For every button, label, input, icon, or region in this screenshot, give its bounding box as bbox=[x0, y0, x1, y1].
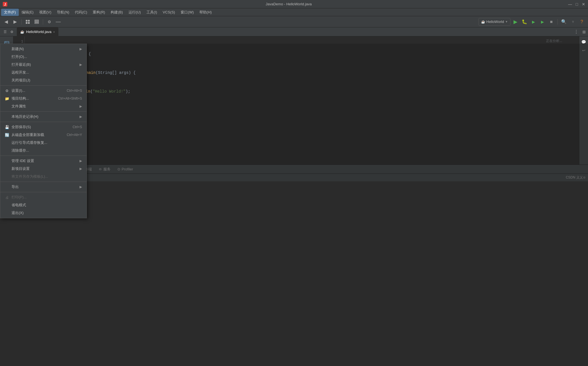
stop-button[interactable]: ■ bbox=[547, 18, 555, 26]
more-button[interactable]: — bbox=[54, 18, 62, 26]
separator-2 bbox=[0, 111, 87, 112]
menu-close-project[interactable]: 关闭项目(J) bbox=[0, 76, 87, 84]
menu-item-file[interactable]: 文件(F) bbox=[1, 9, 19, 16]
search-button[interactable]: 🔍 bbox=[560, 18, 568, 26]
separator-4 bbox=[0, 156, 87, 156]
menu-bar: 文件(F) 编辑(E) 视图(V) 导航(N) 代码(C) 重构(R) 构建(B… bbox=[0, 8, 588, 16]
svg-rect-7 bbox=[35, 21, 39, 22]
title-bar: J JavaDemo - HelloWorld.java — □ ✕ bbox=[0, 0, 588, 8]
separator-3 bbox=[0, 122, 87, 122]
menu-clear-cache[interactable]: 清除缓存... bbox=[0, 147, 87, 154]
menu-print: 🖨 打印(P)... bbox=[0, 193, 87, 201]
run-config-arrow: ▼ bbox=[505, 20, 508, 23]
coverage-button[interactable]: ▶ bbox=[529, 18, 537, 26]
menu-reload-from-disk[interactable]: 🔄 从磁盘全部重新加载 Ctrl+Alt+Y bbox=[0, 131, 87, 139]
menu-power-save[interactable]: 省电模式 bbox=[0, 201, 87, 209]
profile-button[interactable]: ▶ bbox=[538, 18, 546, 26]
menu-new[interactable]: 新建(N) ▶ bbox=[0, 45, 87, 53]
menu-cache-recovery[interactable]: 运行引导式缓存恢复... bbox=[0, 139, 87, 147]
forward-button[interactable]: ▶ bbox=[11, 18, 19, 26]
tab-list-button[interactable]: ☰ bbox=[2, 29, 8, 35]
tab-filename: HelloWorld.java bbox=[26, 30, 52, 34]
svg-rect-2 bbox=[26, 20, 27, 22]
menu-item-code[interactable]: 代码(C) bbox=[72, 9, 90, 16]
analysis-status: 正在分析... bbox=[546, 39, 562, 43]
svg-rect-6 bbox=[35, 20, 39, 21]
run-config-dropdown[interactable]: ☕ HelloWorld ▼ bbox=[479, 18, 510, 26]
svg-rect-8 bbox=[35, 23, 39, 24]
menu-remote-dev[interactable]: 远程开发... bbox=[0, 69, 87, 76]
run-button[interactable]: ▶ bbox=[512, 18, 519, 26]
java-file-icon: ☕ bbox=[20, 30, 24, 34]
menu-settings[interactable]: ⚙ 设置(I)... Ctrl+Alt+S bbox=[0, 87, 87, 95]
separator-6 bbox=[0, 192, 87, 192]
menu-new-project-settings[interactable]: 新项目设置 ▶ bbox=[0, 165, 87, 173]
svg-rect-4 bbox=[26, 22, 27, 24]
menu-save-as-template: 将文件另存为模板(L)... bbox=[0, 173, 87, 180]
menu-item-refactor[interactable]: 重构(R) bbox=[90, 9, 108, 16]
settings-icon: ⚙ bbox=[5, 89, 9, 93]
menu-manage-ide[interactable]: 管理 IDE 设置 ▶ bbox=[0, 157, 87, 165]
menu-item-build[interactable]: 构建(B) bbox=[108, 9, 125, 16]
window-title: JavaDemo - HelloWorld.java bbox=[10, 2, 568, 6]
menu-item-window[interactable]: 窗口(W) bbox=[178, 9, 197, 16]
menu-item-navigate[interactable]: 导航(N) bbox=[54, 9, 72, 16]
menu-item-tools[interactable]: 工具(I) bbox=[144, 9, 160, 16]
minimize-button[interactable]: — bbox=[568, 2, 572, 6]
menu-save-all[interactable]: 💾 全部保存(S) Ctrl+S bbox=[0, 123, 87, 131]
tab-settings-button[interactable]: ⚙ bbox=[9, 29, 15, 35]
run-config-label: HelloWorld bbox=[486, 20, 504, 24]
menu-open[interactable]: 打开(O)... bbox=[0, 53, 87, 61]
project-structure-icon: 📁 bbox=[5, 97, 9, 101]
debug-button[interactable]: 🐛 bbox=[521, 18, 528, 26]
reload-icon: 🔄 bbox=[5, 133, 9, 137]
run-config-icon: ☕ bbox=[481, 20, 485, 24]
save-icon: 💾 bbox=[5, 125, 9, 129]
tab-expand-button[interactable]: ⊞ bbox=[580, 28, 588, 36]
menu-export[interactable]: 导出 ▶ bbox=[0, 183, 87, 191]
structure-button[interactable] bbox=[33, 18, 41, 26]
help-button[interactable]: ? bbox=[578, 18, 586, 26]
git-button[interactable]: ⑂ bbox=[569, 18, 577, 26]
project-view-button[interactable] bbox=[24, 18, 32, 26]
menu-file-properties[interactable]: 文件属性 ▶ bbox=[0, 102, 87, 110]
menu-item-view[interactable]: 视图(V) bbox=[36, 9, 54, 16]
menu-overlay bbox=[87, 44, 588, 181]
tab-overflow-button[interactable]: ⋮ bbox=[572, 28, 580, 36]
file-dropdown-menu: 新建(N) ▶ 打开(O)... 打开最近(B) ▶ 远程开发... 关闭项目(… bbox=[0, 44, 87, 218]
svg-rect-5 bbox=[28, 22, 30, 24]
menu-project-structure[interactable]: 📁 项目结构... Ctrl+Alt+Shift+S bbox=[0, 95, 87, 102]
back-button[interactable]: ◀ bbox=[2, 18, 10, 26]
menu-item-run[interactable]: 运行(U) bbox=[126, 9, 144, 16]
app-icon: J bbox=[2, 1, 8, 7]
svg-text:J: J bbox=[4, 3, 6, 6]
menu-item-help[interactable]: 帮助(H) bbox=[197, 9, 214, 16]
menu-open-recent[interactable]: 打开最近(B) ▶ bbox=[0, 61, 87, 69]
window-controls: — □ ✕ bbox=[568, 2, 586, 6]
print-icon: 🖨 bbox=[5, 195, 9, 200]
settings-button[interactable]: ⚙ bbox=[45, 18, 53, 26]
toolbar-separator-3 bbox=[557, 19, 558, 25]
svg-rect-3 bbox=[28, 20, 30, 22]
editor-tabs: ☰ ⚙ ☕ HelloWorld.java × ⋮ ⊞ bbox=[0, 27, 588, 36]
editor-tab-helloworld[interactable]: ☕ HelloWorld.java × bbox=[17, 27, 59, 36]
toolbar-separator-2 bbox=[43, 19, 43, 25]
tab-close-button[interactable]: × bbox=[53, 30, 55, 34]
menu-item-edit[interactable]: 编辑(E) bbox=[19, 9, 36, 16]
maximize-button[interactable]: □ bbox=[575, 2, 579, 6]
separator-1 bbox=[0, 85, 87, 86]
menu-local-history[interactable]: 本地历史记录(H) ▶ bbox=[0, 113, 87, 121]
separator-5 bbox=[0, 182, 87, 182]
menu-item-vcs[interactable]: VCS(S) bbox=[160, 9, 178, 15]
toolbar-separator-1 bbox=[21, 19, 22, 25]
menu-exit[interactable]: 退出(X) bbox=[0, 209, 87, 217]
toolbar: ◀ ▶ ⚙ — ☕ HelloWorld ▼ ▶ 🐛 ▶ ▶ ■ 🔍 ⑂ ? bbox=[0, 16, 588, 27]
close-button[interactable]: ✕ bbox=[581, 2, 586, 6]
